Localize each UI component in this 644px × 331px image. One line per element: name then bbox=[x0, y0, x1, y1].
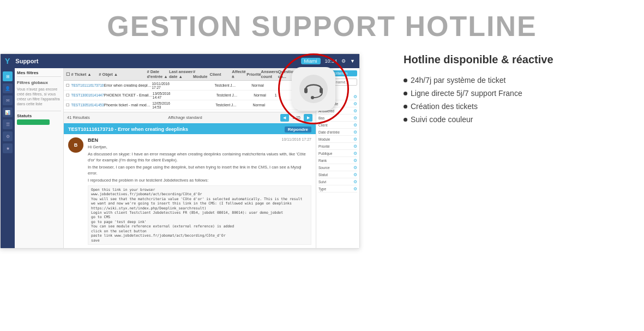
hotline-icon-box bbox=[292, 67, 335, 111]
list-item-text: Ligne directe 5j/7 support France bbox=[411, 89, 522, 98]
right-info-list: 24h/7j par système de ticketLigne direct… bbox=[404, 76, 628, 128]
detail-body1: As discussed on skype: I have an error m… bbox=[88, 152, 311, 163]
svg-rect-1 bbox=[304, 88, 308, 93]
rp-field-label: Rank bbox=[318, 159, 327, 163]
rp-field-row[interactable]: Type⚙ bbox=[318, 185, 357, 192]
rp-field-row[interactable]: Rank⚙ bbox=[318, 157, 357, 164]
rp-field-gear-icon[interactable]: ⚙ bbox=[353, 101, 357, 106]
code-line: You will see that the matchcriteria valu… bbox=[91, 197, 308, 210]
row-priority: Normal bbox=[252, 103, 267, 107]
rp-field-row[interactable]: Module⚙ bbox=[318, 136, 357, 143]
page-wrapper: GESTION SUPPORT HOTLINE bbox=[0, 0, 644, 331]
rp-field-label: Publique bbox=[318, 152, 332, 155]
rp-field-label: Module bbox=[318, 137, 330, 141]
rp-field-row[interactable]: Priorité⚙ bbox=[318, 143, 357, 150]
rp-field-gear-icon[interactable]: ⚙ bbox=[353, 116, 357, 121]
th-client[interactable]: Client bbox=[210, 72, 232, 77]
rp-field-gear-icon[interactable]: ⚙ bbox=[353, 130, 357, 135]
list-item: Création des tickets bbox=[404, 102, 628, 111]
row-date: 12/05/2016 14:53 bbox=[152, 101, 174, 109]
th-objet[interactable]: # Objet ▲ bbox=[99, 72, 147, 77]
sidebar-icon-gear[interactable]: ⚙ bbox=[3, 131, 13, 141]
row-objet: Phoenix ticket - mail module - sending p… bbox=[104, 103, 153, 107]
row-ticket: TEST101116173710 bbox=[71, 83, 104, 87]
rp-field-row[interactable]: Publique⚙ bbox=[318, 150, 357, 157]
rp-field-gear-icon[interactable]: ⚙ bbox=[353, 109, 357, 113]
rp-field-gear-icon[interactable]: ⚙ bbox=[353, 94, 357, 99]
sidebar-icon-list[interactable]: ☰ bbox=[3, 119, 13, 129]
row-checkbox[interactable]: ☐ bbox=[66, 93, 71, 98]
th-date[interactable]: # Date d'entrée ▲ bbox=[147, 69, 169, 79]
list-item: Suivi code couleur bbox=[404, 115, 628, 124]
rp-field-gear-icon[interactable]: ⚙ bbox=[353, 144, 357, 149]
code-line: Login with client Testclient Jobdetectiv… bbox=[91, 210, 308, 215]
row-client: Testclient Jobdet... bbox=[214, 83, 237, 87]
row-date: 13/05/2016 14:47 bbox=[153, 92, 175, 99]
statut-badge bbox=[17, 119, 50, 125]
th-checkbox: ☐ bbox=[66, 72, 71, 77]
rp-field-row[interactable]: Date d'entrée⚙ bbox=[318, 129, 357, 136]
th-ticket[interactable]: # Ticket ▲ bbox=[71, 72, 99, 77]
prev-page-btn[interactable]: ◀ bbox=[280, 114, 289, 122]
row-checkbox[interactable]: ☐ bbox=[66, 103, 71, 107]
bullet-icon bbox=[404, 105, 407, 109]
svg-point-3 bbox=[311, 96, 314, 99]
sidebar-icon-user[interactable]: 👤 bbox=[3, 83, 13, 93]
row-client: Testclient Jobdet... bbox=[215, 103, 238, 107]
detail-panel: TEST101116173710 - Error when creating d… bbox=[64, 123, 316, 248]
global-filters-title: Filtres globaux bbox=[17, 80, 61, 85]
row-ticket: TEST130016141447 bbox=[71, 93, 104, 97]
filter-icon[interactable]: ▼ bbox=[350, 58, 355, 64]
rp-field-gear-icon[interactable]: ⚙ bbox=[353, 179, 357, 184]
row-objet: Error when creating deeplinks bbox=[104, 83, 152, 87]
code-line: You can see module reference external (e… bbox=[91, 224, 308, 228]
detail-code-block: Open this link in your browserwww.jobdet… bbox=[88, 185, 311, 245]
headset-icon bbox=[298, 74, 329, 104]
rp-field-gear-icon[interactable]: ⚙ bbox=[353, 151, 357, 156]
rp-field-gear-icon[interactable]: ⚙ bbox=[353, 186, 357, 191]
hotline-circle-overlay bbox=[278, 53, 349, 124]
sidebar-icon-chart[interactable]: 📊 bbox=[3, 107, 13, 117]
settings-icon[interactable]: ⚙ bbox=[341, 58, 346, 64]
rp-field-label: Date d'entrée bbox=[318, 130, 340, 134]
rp-field-gear-icon[interactable]: ⚙ bbox=[353, 137, 357, 142]
rp-field-gear-icon[interactable]: ⚙ bbox=[353, 165, 357, 170]
rp-field-gear-icon[interactable]: ⚙ bbox=[353, 172, 357, 177]
sidebar-icon-mail[interactable]: ✉ bbox=[3, 95, 13, 105]
table-header-row: ☐ # Ticket ▲ # Objet ▲ # Date d'entrée ▲… bbox=[64, 68, 316, 81]
reply-button[interactable]: Répondre bbox=[285, 127, 311, 133]
row-client: Testclient Jobdet... bbox=[216, 93, 239, 97]
th-module[interactable]: # Module bbox=[193, 69, 209, 79]
th-priority[interactable]: Priorité bbox=[246, 72, 261, 77]
sidebar-icon-home[interactable]: ⊞ bbox=[3, 71, 13, 81]
rp-field-row[interactable]: Source⚙ bbox=[318, 164, 357, 171]
rp-field-row[interactable]: Suivi⚙ bbox=[318, 178, 357, 185]
th-affecte[interactable]: Affecté à bbox=[232, 69, 246, 79]
code-line: go to page 'test deep ink' bbox=[91, 220, 308, 224]
th-answers[interactable]: Answers count bbox=[261, 69, 278, 79]
page-title: GESTION SUPPORT HOTLINE bbox=[0, 0, 644, 48]
right-info: Hotline disponible & réactive 24h/7j par… bbox=[382, 48, 644, 326]
code-line: www.jobdetectives.fr/jobomat/act/becordi… bbox=[91, 192, 308, 196]
detail-body: B BEN 10/11/2016 17:27 Hi Gertjan, As di… bbox=[64, 134, 316, 248]
rp-field-gear-icon[interactable]: ⚙ bbox=[353, 158, 357, 163]
statut-section: Statuts bbox=[17, 111, 61, 126]
sidebar-icon-star[interactable]: ★ bbox=[3, 143, 13, 153]
detail-date: 10/11/2016 17:27 bbox=[282, 137, 312, 141]
list-item: 24h/7j par système de ticket bbox=[404, 76, 628, 85]
detail-body2: In the browser, I can open the page usin… bbox=[88, 165, 311, 176]
rp-field-row[interactable]: Statut⚙ bbox=[318, 171, 357, 178]
table-row[interactable]: ☐ TEST130516141453 Phoenix ticket - mail… bbox=[64, 100, 316, 110]
row-checkbox[interactable]: ☐ bbox=[66, 83, 71, 88]
bullet-icon bbox=[404, 79, 407, 82]
content-row: Y Support Miami 10:34 ⚙ ▼ ⊞ 👤 ✉ bbox=[0, 48, 644, 331]
th-last[interactable]: Last answer date ▲ bbox=[169, 69, 193, 79]
code-line: go to CMS bbox=[91, 215, 308, 219]
rp-field-label: Priorité bbox=[318, 145, 330, 148]
rp-field-gear-icon[interactable]: ⚙ bbox=[353, 123, 357, 128]
detail-header: TEST101116173710 - Error when creating d… bbox=[64, 124, 316, 134]
row-ticket: TEST130516141453 bbox=[71, 103, 104, 107]
rp-field-label: Statut bbox=[318, 173, 328, 177]
rp-field-label: Source bbox=[318, 166, 330, 170]
detail-greeting: Hi Gertjan, bbox=[88, 145, 311, 151]
